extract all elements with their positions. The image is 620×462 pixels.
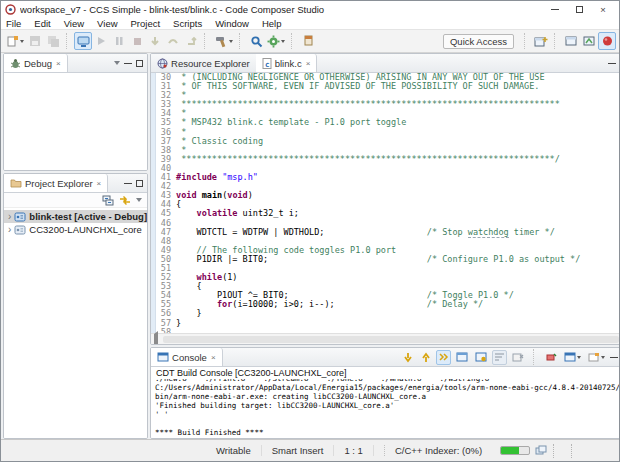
progress-view-icon[interactable] (535, 445, 547, 456)
debug-minimize-icon[interactable] (124, 63, 132, 64)
status-grip (553, 444, 559, 458)
code-line: 50 P1DIR |= BIT0; /* Configure P1.0 as o… (156, 255, 620, 264)
console-line: 'Finished building target: libCC3200-LAU… (155, 401, 620, 410)
scroll-left-icon[interactable] (151, 334, 161, 345)
window-maximize-button[interactable] (567, 2, 591, 16)
menu-project[interactable]: Project (131, 18, 161, 29)
debug-view-tab-label: Debug (24, 58, 52, 69)
show-console-stdout-icon[interactable] (454, 350, 470, 365)
debug-panel-body (4, 73, 147, 170)
editor-horizontal-scrollbar[interactable] (151, 333, 620, 344)
code-line: 45 volatile uint32_t i; (156, 209, 620, 218)
menu-edit[interactable]: Edit (34, 18, 50, 29)
project-explorer-view-menu-icon[interactable] (136, 198, 142, 202)
previous-error-icon[interactable] (418, 350, 433, 365)
editor-panel: Resource Explorer c blink.c × (150, 53, 620, 345)
console-body[interactable]: ./new.o ./Print.o ./Stream.o ./Tone.o ./… (151, 379, 620, 438)
status-insert-mode: Smart Insert (262, 445, 335, 456)
window-title: workspace_v7 - CCS Simple - blink-test/b… (20, 4, 543, 15)
expander-icon[interactable]: › (8, 212, 11, 222)
edit-perspective-button[interactable] (562, 32, 580, 50)
blink-c-tab-close-icon[interactable]: × (306, 59, 311, 68)
project-explorer-minimize-icon[interactable] (124, 183, 132, 184)
console-line: ' ' (155, 410, 620, 419)
project-item-cc3200-core[interactable]: › CC3200-LAUNCHXL_core (4, 223, 147, 236)
flag-button[interactable] (299, 32, 317, 50)
console-header: Console × (151, 348, 620, 367)
build-dropdown-caret[interactable] (229, 40, 233, 43)
debug-view-icon (10, 58, 21, 69)
new-button[interactable] (4, 32, 26, 50)
status-cursor-position: 1 : 1 (334, 445, 374, 456)
console-tab[interactable]: Console × (151, 348, 223, 366)
code-area[interactable]: 30 * (INCLUDING NEGLIGENCE OR OTHERWISE)… (156, 73, 620, 333)
console-minimize-icon[interactable] (610, 357, 618, 358)
project-explorer-tab-label: Project Explorer (25, 178, 93, 189)
editor-body[interactable]: 30 * (INCLUDING NEGLIGENCE OR OTHERWISE)… (151, 73, 620, 333)
display-console-icon[interactable] (562, 350, 583, 365)
workbench-area: Debug × (1, 53, 619, 439)
window-minimize-button[interactable] (543, 2, 567, 16)
tab-resource-explorer[interactable]: Resource Explorer (151, 54, 256, 72)
word-wrap-icon[interactable] (492, 350, 507, 365)
menu-bar: File Edit View View Project Scripts Wind… (1, 17, 619, 30)
console-tab-label: Console (172, 352, 207, 363)
editor-hscrollbar-thumb[interactable] (163, 336, 619, 343)
tab-blink-c-label: blink.c (275, 58, 302, 69)
console-line: bin/arm-none-eabi-ar.exe: creating libCC… (155, 392, 620, 401)
console-icon (157, 352, 169, 362)
debug-button[interactable] (74, 32, 92, 50)
console-output[interactable]: ./new.o ./Print.o ./Stream.o ./Tone.o ./… (151, 379, 620, 438)
build-button[interactable] (212, 32, 235, 50)
quick-access-button[interactable]: Quick Access (443, 34, 514, 49)
menu-file[interactable]: File (6, 18, 21, 29)
debug-view-tab[interactable]: Debug × (4, 54, 68, 72)
menu-scripts[interactable]: Scripts (173, 18, 202, 29)
project-tree: › blink-test [Active - Debug] › CC3200-L… (4, 208, 147, 438)
project-explorer-panel: Project Explorer × (3, 173, 148, 439)
open-console-caret[interactable] (601, 356, 605, 359)
project-item-label: blink-test [Active - Debug] (29, 211, 147, 222)
tab-blink-c[interactable]: c blink.c × (256, 54, 318, 72)
indexer-progress-bar (500, 446, 530, 455)
project-item-blink-test[interactable]: › blink-test [Active - Debug] (4, 210, 147, 223)
follow-output-icon[interactable] (436, 350, 451, 365)
clear-console-icon[interactable] (510, 350, 526, 365)
settings-gear-button[interactable] (265, 32, 287, 50)
console-toolbar (400, 348, 620, 366)
project-explorer-maximize-icon[interactable] (136, 180, 143, 187)
resource-explorer-icon (157, 58, 168, 69)
project-explorer-tab[interactable]: Project Explorer × (4, 174, 108, 192)
expander-icon[interactable]: › (8, 225, 11, 235)
settings-dropdown-caret[interactable] (281, 40, 285, 43)
open-perspective-button[interactable] (532, 32, 550, 50)
console-tab-close-icon[interactable]: × (211, 353, 216, 362)
debug-perspective-button[interactable] (598, 32, 616, 50)
search-button[interactable] (247, 32, 265, 50)
terminate-button (128, 32, 146, 50)
menu-view[interactable]: View (64, 18, 84, 29)
project-explorer-tab-close-icon[interactable]: × (97, 179, 102, 188)
collapse-all-icon[interactable] (102, 195, 114, 206)
display-console-caret[interactable] (577, 356, 581, 359)
show-console-stderr-icon[interactable] (473, 350, 489, 365)
editor-minimize-icon[interactable] (608, 63, 616, 64)
menu-window[interactable]: Window (215, 18, 249, 29)
link-with-editor-icon[interactable] (119, 195, 131, 206)
menu-view-2[interactable]: View (97, 18, 117, 29)
open-console-icon[interactable] (586, 350, 607, 365)
menu-help[interactable]: Help (262, 18, 282, 29)
window-close-button[interactable]: × (591, 2, 615, 16)
debug-view-menu-icon[interactable] (114, 61, 120, 65)
pin-console-icon[interactable] (544, 350, 559, 365)
code-line: 33 *************************************… (156, 100, 620, 109)
simple-perspective-button[interactable] (580, 32, 598, 50)
debug-maximize-icon[interactable] (136, 60, 143, 67)
console-panel: Console × (150, 347, 620, 439)
new-dropdown-caret[interactable] (20, 40, 24, 43)
next-error-icon[interactable] (400, 350, 415, 365)
status-indexer: C/C++ Indexer: (0%) (384, 445, 492, 456)
debug-panel-header: Debug × (4, 54, 147, 73)
code-line: 43void main(void) (156, 191, 620, 200)
debug-tab-close-icon[interactable]: × (56, 59, 61, 68)
